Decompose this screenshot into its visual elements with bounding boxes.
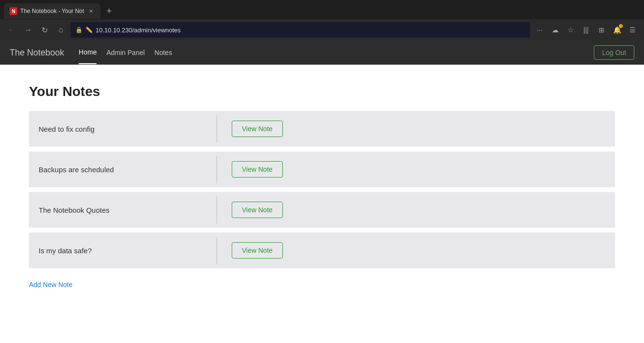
new-tab-button[interactable]: + — [102, 4, 116, 18]
browser-window: N The Notebook - Your Not ✕ + ← → ↻ ⌂ 🔒 … — [0, 0, 644, 41]
tab-bar: N The Notebook - Your Not ✕ + — [0, 0, 644, 19]
notification-button[interactable]: 🔔 — [610, 23, 624, 37]
nav-link-notes[interactable]: Notes — [154, 41, 172, 64]
menu-dots-button[interactable]: ··· — [533, 23, 546, 37]
logout-button[interactable]: Log Out — [594, 45, 634, 60]
browser-nav-bar: ← → ↻ ⌂ 🔒 ✏️ ··· ☁ ☆ ||| ⊞ 🔔 ☰ — [0, 19, 644, 41]
address-bar[interactable] — [96, 27, 525, 34]
view-note-button[interactable]: View Note — [232, 242, 283, 259]
tab-close-button[interactable]: ✕ — [87, 7, 95, 15]
table-row: Is my data safe? View Note — [29, 233, 615, 268]
view-note-button[interactable]: View Note — [232, 121, 283, 137]
bookmark-button[interactable]: ☆ — [564, 23, 577, 37]
app-nav-links: Home Admin Panel Notes — [79, 41, 594, 64]
note-title: Backups are scheduled — [29, 156, 217, 183]
tab-favicon: N — [10, 7, 17, 15]
table-row: Backups are scheduled View Note — [29, 151, 615, 187]
edit-icon: ✏️ — [85, 27, 93, 33]
nav-icons-right: ··· ☁ ☆ ||| ⊞ 🔔 ☰ — [533, 23, 639, 37]
address-bar-wrapper: 🔒 ✏️ — [70, 22, 530, 38]
app-nav: The Notebook Home Admin Panel Notes Log … — [0, 41, 644, 65]
app-menu-button[interactable]: ☰ — [626, 23, 639, 37]
active-tab[interactable]: N The Notebook - Your Not ✕ — [4, 3, 100, 19]
back-button[interactable]: ← — [5, 23, 18, 37]
note-action-cell: View Note — [217, 151, 615, 187]
main-content: Your Notes Need to fix config View Note … — [0, 65, 644, 335]
table-row: The Notebook Quotes View Note — [29, 192, 615, 228]
note-title: The Notebook Quotes — [29, 196, 217, 224]
page-title: Your Notes — [29, 84, 615, 99]
view-note-button[interactable]: View Note — [232, 161, 283, 178]
notes-list: Need to fix config View Note Backups are… — [29, 111, 615, 268]
view-note-button[interactable]: View Note — [232, 202, 283, 218]
note-action-cell: View Note — [217, 111, 615, 147]
pocket-button[interactable]: ☁ — [548, 23, 562, 37]
security-icon: 🔒 — [75, 27, 83, 33]
note-title: Is my data safe? — [29, 237, 217, 264]
forward-button[interactable]: → — [21, 23, 35, 37]
note-title: Need to fix config — [29, 115, 217, 143]
bookmarks-shelf-button[interactable]: ||| — [579, 23, 593, 37]
reader-mode-button[interactable]: ⊞ — [595, 23, 608, 37]
add-new-note-link[interactable]: Add New Note — [29, 281, 72, 288]
note-action-cell: View Note — [217, 233, 615, 268]
nav-link-admin[interactable]: Admin Panel — [106, 41, 144, 64]
note-action-cell: View Note — [217, 192, 615, 228]
nav-link-home[interactable]: Home — [79, 41, 97, 64]
home-button[interactable]: ⌂ — [54, 23, 68, 37]
reload-button[interactable]: ↻ — [38, 23, 51, 37]
tab-title: The Notebook - Your Not — [20, 8, 84, 14]
app-brand: The Notebook — [10, 48, 64, 58]
table-row: Need to fix config View Note — [29, 111, 615, 147]
